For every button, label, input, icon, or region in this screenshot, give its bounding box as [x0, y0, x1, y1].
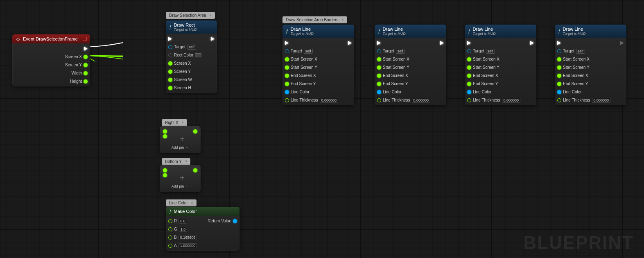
close-icon[interactable]: ×: [185, 159, 187, 163]
pin-r[interactable]: R0.0: [168, 217, 197, 224]
node-subtitle: Target is HUD: [291, 32, 314, 36]
exec-in-pin[interactable]: [285, 39, 338, 46]
pin-target[interactable]: Targetself: [467, 48, 520, 54]
exec-in-pin[interactable]: [467, 39, 520, 46]
color-swatch[interactable]: [195, 53, 201, 57]
pin-screenx[interactable]: Screen X: [65, 53, 88, 60]
exec-out-pin[interactable]: [348, 39, 352, 46]
node-drawrect[interactable]: ƒ Draw RectTarget is HUD Targetself Rect…: [166, 20, 217, 93]
exec-out-pin[interactable]: [530, 39, 534, 46]
comment-draw-selection-area[interactable]: Draw Selection Area×: [166, 12, 215, 19]
close-icon[interactable]: ×: [341, 18, 343, 22]
pin-linecolor[interactable]: Line Color: [467, 88, 520, 95]
pin-screenw[interactable]: Screen W: [168, 76, 201, 83]
node-event[interactable]: ◇ Event DrawSelectionFrame Screen X Scre…: [12, 34, 90, 86]
close-icon[interactable]: ×: [191, 201, 193, 205]
pin[interactable]: Start Screen X: [285, 56, 338, 63]
pin-screenx[interactable]: Screen X: [168, 60, 201, 67]
node-header[interactable]: ƒDraw LineTarget is HUD: [375, 25, 446, 38]
pin-in[interactable]: [163, 129, 167, 134]
pin[interactable]: Start Screen X: [557, 56, 610, 63]
pin[interactable]: End Screen X: [557, 72, 610, 79]
pin[interactable]: Start Screen Y: [467, 64, 520, 71]
delegate-pin[interactable]: [83, 37, 87, 41]
pin-out[interactable]: [193, 129, 197, 134]
pin[interactable]: End Screen X: [377, 72, 430, 79]
comment-rightx[interactable]: Right X×: [162, 119, 187, 126]
function-icon: ƒ: [378, 29, 380, 34]
comment-bottomy[interactable]: Bottom Y×: [162, 158, 190, 165]
pin-returnvalue[interactable]: Return Value: [208, 217, 237, 224]
pin[interactable]: Start Screen X: [467, 56, 520, 63]
node-header[interactable]: ◇ Event DrawSelectionFrame: [12, 34, 90, 43]
close-icon[interactable]: ×: [210, 13, 212, 17]
node-drawline[interactable]: ƒDraw LineTarget is HUDTargetselfStart S…: [465, 25, 536, 105]
comment-draw-borders[interactable]: Draw Selection Area Borders×: [282, 16, 347, 23]
add-pin-button[interactable]: Add pin＋: [172, 183, 189, 189]
pin[interactable]: Start Screen Y: [285, 64, 338, 71]
exec-in-pin[interactable]: [377, 39, 430, 46]
node-header[interactable]: ƒ Make Color: [166, 207, 240, 216]
pin-height[interactable]: Height: [65, 78, 88, 85]
comment-linecolor[interactable]: Line Color×: [166, 199, 197, 206]
event-icon: ◇: [16, 36, 20, 41]
pin-screeny[interactable]: Screen Y: [65, 61, 88, 68]
exec-out-pin[interactable]: [65, 45, 88, 52]
pin[interactable]: End Screen Y: [377, 80, 430, 87]
function-icon: ƒ: [286, 29, 288, 34]
node-header[interactable]: ƒDraw LineTarget is HUD: [282, 25, 354, 38]
pin[interactable]: End Screen X: [285, 72, 338, 79]
node-header[interactable]: ƒDraw LineTarget is HUD: [465, 25, 536, 38]
pin-target[interactable]: Targetself: [168, 43, 201, 50]
node-title: Draw Line: [291, 27, 311, 32]
pin[interactable]: Start Screen Y: [377, 64, 430, 71]
pin[interactable]: Start Screen X: [377, 56, 430, 63]
exec-out-pin[interactable]: [440, 39, 444, 46]
node-drawline[interactable]: ƒDraw LineTarget is HUDTargetselfStart S…: [282, 25, 354, 105]
node-drawline[interactable]: ƒDraw LineTarget is HUDTargetselfStart S…: [555, 25, 626, 105]
pin-linecolor[interactable]: Line Color: [377, 88, 430, 95]
node-makecolor[interactable]: ƒ Make Color R0.0 G1.0 B0.165606 A1.0000…: [166, 207, 240, 251]
pin-thickness[interactable]: Line Thickness0.000000: [557, 97, 610, 104]
pin[interactable]: End Screen Y: [285, 80, 338, 87]
add-pin-button[interactable]: Add pin＋: [172, 145, 189, 150]
node-header[interactable]: ƒ Draw RectTarget is HUD: [166, 20, 217, 34]
node-header[interactable]: ƒDraw LineTarget is HUD: [555, 25, 626, 38]
pin-thickness[interactable]: Line Thickness0.000000: [285, 97, 338, 104]
pin-in[interactable]: [163, 173, 167, 177]
exec-in-pin[interactable]: [557, 39, 610, 46]
pin[interactable]: End Screen X: [467, 72, 520, 79]
pin-rectcolor[interactable]: Rect Color: [168, 52, 201, 59]
pin-thickness[interactable]: Line Thickness0.000000: [377, 97, 430, 104]
node-drawline[interactable]: ƒDraw LineTarget is HUDTargetselfStart S…: [375, 25, 446, 105]
pin-in[interactable]: [163, 134, 167, 138]
function-icon: ƒ: [169, 209, 172, 214]
pin-b[interactable]: B0.165606: [168, 234, 197, 241]
pin-out[interactable]: [193, 168, 197, 172]
node-title: Draw Line: [563, 27, 583, 32]
node-add-rightx[interactable]: + Add pin＋: [160, 126, 201, 153]
exec-out-pin[interactable]: [620, 39, 624, 46]
pin[interactable]: End Screen Y: [467, 80, 520, 87]
node-title: Event DrawSelectionFrame: [23, 36, 78, 41]
pin-width[interactable]: Width: [65, 70, 88, 77]
pin-linecolor[interactable]: Line Color: [285, 88, 338, 95]
close-icon[interactable]: ×: [182, 120, 184, 124]
pin-target[interactable]: Targetself: [377, 48, 430, 54]
pin-a[interactable]: A1.000000: [168, 242, 197, 249]
node-title: Draw Line: [383, 27, 403, 32]
pin-linecolor[interactable]: Line Color: [557, 88, 610, 95]
exec-in-pin[interactable]: [168, 35, 201, 42]
pin-target[interactable]: Targetself: [285, 48, 338, 54]
node-add-bottomy[interactable]: + Add pin＋: [160, 165, 201, 192]
pin-g[interactable]: G1.0: [168, 226, 197, 233]
pin-screenh[interactable]: Screen H: [168, 84, 201, 91]
pin-target[interactable]: Targetself: [557, 48, 610, 54]
pin[interactable]: End Screen Y: [557, 80, 610, 87]
pin-in[interactable]: [163, 168, 167, 172]
pin-thickness[interactable]: Line Thickness0.000000: [467, 97, 520, 104]
exec-out-pin[interactable]: [211, 35, 215, 42]
pin[interactable]: Start Screen Y: [557, 64, 610, 71]
node-subtitle: Target is HUD: [174, 27, 197, 32]
pin-screeny[interactable]: Screen Y: [168, 68, 201, 75]
